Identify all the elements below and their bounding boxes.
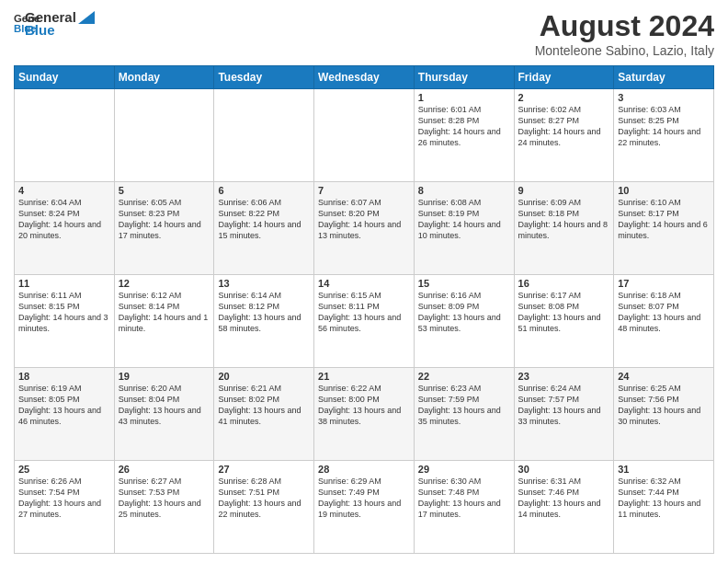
day-number: 31: [618, 464, 710, 475]
week-row-3: 11Sunrise: 6:11 AMSunset: 8:15 PMDayligh…: [15, 275, 714, 368]
logo-blue: Blue: [25, 22, 95, 38]
day-number: 9: [518, 185, 610, 196]
calendar-cell-w3-d2: 13Sunrise: 6:14 AMSunset: 8:12 PMDayligh…: [214, 275, 314, 368]
calendar-cell-w5-d0: 25Sunrise: 6:26 AMSunset: 7:54 PMDayligh…: [15, 461, 115, 554]
day-info: Sunrise: 6:10 AMSunset: 8:17 PMDaylight:…: [618, 197, 710, 242]
header-friday: Friday: [514, 66, 614, 89]
day-info: Sunrise: 6:01 AMSunset: 8:28 PMDaylight:…: [418, 104, 510, 149]
day-number: 11: [18, 278, 110, 289]
calendar-cell-w1-d4: 1Sunrise: 6:01 AMSunset: 8:28 PMDaylight…: [414, 89, 514, 182]
calendar-cell-w4-d4: 22Sunrise: 6:23 AMSunset: 7:59 PMDayligh…: [414, 368, 514, 461]
day-info: Sunrise: 6:32 AMSunset: 7:44 PMDaylight:…: [618, 476, 710, 521]
week-row-2: 4Sunrise: 6:04 AMSunset: 8:24 PMDaylight…: [15, 182, 714, 275]
day-info: Sunrise: 6:12 AMSunset: 8:14 PMDaylight:…: [119, 290, 210, 335]
header-thursday: Thursday: [414, 66, 514, 89]
day-info: Sunrise: 6:08 AMSunset: 8:19 PMDaylight:…: [418, 197, 510, 242]
calendar-cell-w1-d2: [214, 89, 314, 182]
day-info: Sunrise: 6:20 AMSunset: 8:04 PMDaylight:…: [119, 383, 210, 428]
day-info: Sunrise: 6:26 AMSunset: 7:54 PMDaylight:…: [18, 476, 110, 521]
month-year: August 2024: [535, 9, 714, 43]
day-number: 21: [318, 371, 410, 382]
calendar-cell-w3-d3: 14Sunrise: 6:15 AMSunset: 8:11 PMDayligh…: [314, 275, 415, 368]
day-number: 16: [518, 278, 610, 289]
day-number: 25: [18, 464, 110, 475]
logo: General Blue General Blue: [14, 9, 95, 38]
page: General Blue General Blue August 2024 Mo…: [0, 0, 728, 563]
calendar-cell-w5-d1: 26Sunrise: 6:27 AMSunset: 7:53 PMDayligh…: [114, 461, 214, 554]
header-saturday: Saturday: [614, 66, 714, 89]
day-number: 7: [318, 185, 410, 196]
day-number: 29: [418, 464, 510, 475]
day-info: Sunrise: 6:22 AMSunset: 8:00 PMDaylight:…: [318, 383, 410, 428]
day-info: Sunrise: 6:17 AMSunset: 8:08 PMDaylight:…: [518, 290, 610, 335]
week-row-4: 18Sunrise: 6:19 AMSunset: 8:05 PMDayligh…: [15, 368, 714, 461]
calendar-cell-w2-d3: 7Sunrise: 6:07 AMSunset: 8:20 PMDaylight…: [314, 182, 415, 275]
day-info: Sunrise: 6:15 AMSunset: 8:11 PMDaylight:…: [318, 290, 410, 335]
day-number: 1: [418, 92, 510, 103]
day-number: 19: [119, 371, 210, 382]
calendar-cell-w1-d5: 2Sunrise: 6:02 AMSunset: 8:27 PMDaylight…: [514, 89, 614, 182]
calendar-cell-w5-d5: 30Sunrise: 6:31 AMSunset: 7:46 PMDayligh…: [514, 461, 614, 554]
day-number: 8: [418, 185, 510, 196]
day-number: 15: [418, 278, 510, 289]
day-number: 22: [418, 371, 510, 382]
day-info: Sunrise: 6:25 AMSunset: 7:56 PMDaylight:…: [618, 383, 710, 428]
day-info: Sunrise: 6:02 AMSunset: 8:27 PMDaylight:…: [518, 104, 610, 149]
day-number: 5: [119, 185, 210, 196]
day-info: Sunrise: 6:27 AMSunset: 7:53 PMDaylight:…: [119, 476, 210, 521]
calendar-cell-w1-d6: 3Sunrise: 6:03 AMSunset: 8:25 PMDaylight…: [614, 89, 714, 182]
day-number: 12: [119, 278, 210, 289]
day-number: 13: [218, 278, 310, 289]
calendar-cell-w4-d1: 19Sunrise: 6:20 AMSunset: 8:04 PMDayligh…: [114, 368, 214, 461]
day-info: Sunrise: 6:23 AMSunset: 7:59 PMDaylight:…: [418, 383, 510, 428]
calendar-cell-w2-d6: 10Sunrise: 6:10 AMSunset: 8:17 PMDayligh…: [614, 182, 714, 275]
day-info: Sunrise: 6:24 AMSunset: 7:57 PMDaylight:…: [518, 383, 610, 428]
calendar-cell-w4-d0: 18Sunrise: 6:19 AMSunset: 8:05 PMDayligh…: [15, 368, 115, 461]
day-info: Sunrise: 6:06 AMSunset: 8:22 PMDaylight:…: [218, 197, 310, 242]
day-number: 26: [119, 464, 210, 475]
title-block: August 2024 Monteleone Sabino, Lazio, It…: [535, 9, 714, 58]
day-number: 14: [318, 278, 410, 289]
calendar-cell-w3-d5: 16Sunrise: 6:17 AMSunset: 8:08 PMDayligh…: [514, 275, 614, 368]
calendar-cell-w2-d4: 8Sunrise: 6:08 AMSunset: 8:19 PMDaylight…: [414, 182, 514, 275]
day-number: 6: [218, 185, 310, 196]
calendar-cell-w2-d5: 9Sunrise: 6:09 AMSunset: 8:18 PMDaylight…: [514, 182, 614, 275]
calendar-cell-w4-d5: 23Sunrise: 6:24 AMSunset: 7:57 PMDayligh…: [514, 368, 614, 461]
calendar-table: Sunday Monday Tuesday Wednesday Thursday…: [14, 65, 714, 554]
header-wednesday: Wednesday: [314, 66, 415, 89]
day-number: 27: [218, 464, 310, 475]
calendar-cell-w4-d6: 24Sunrise: 6:25 AMSunset: 7:56 PMDayligh…: [614, 368, 714, 461]
calendar-cell-w4-d2: 20Sunrise: 6:21 AMSunset: 8:02 PMDayligh…: [214, 368, 314, 461]
day-info: Sunrise: 6:21 AMSunset: 8:02 PMDaylight:…: [218, 383, 310, 428]
day-number: 17: [618, 278, 710, 289]
calendar-cell-w4-d3: 21Sunrise: 6:22 AMSunset: 8:00 PMDayligh…: [314, 368, 415, 461]
day-info: Sunrise: 6:29 AMSunset: 7:49 PMDaylight:…: [318, 476, 410, 521]
calendar-cell-w3-d1: 12Sunrise: 6:12 AMSunset: 8:14 PMDayligh…: [114, 275, 214, 368]
week-row-5: 25Sunrise: 6:26 AMSunset: 7:54 PMDayligh…: [15, 461, 714, 554]
day-info: Sunrise: 6:28 AMSunset: 7:51 PMDaylight:…: [218, 476, 310, 521]
day-info: Sunrise: 6:14 AMSunset: 8:12 PMDaylight:…: [218, 290, 310, 335]
header: General Blue General Blue August 2024 Mo…: [14, 9, 714, 58]
header-tuesday: Tuesday: [214, 66, 314, 89]
calendar-cell-w5-d6: 31Sunrise: 6:32 AMSunset: 7:44 PMDayligh…: [614, 461, 714, 554]
day-info: Sunrise: 6:11 AMSunset: 8:15 PMDaylight:…: [18, 290, 110, 335]
header-sunday: Sunday: [15, 66, 115, 89]
day-info: Sunrise: 6:07 AMSunset: 8:20 PMDaylight:…: [318, 197, 410, 242]
calendar-cell-w3-d4: 15Sunrise: 6:16 AMSunset: 8:09 PMDayligh…: [414, 275, 514, 368]
day-info: Sunrise: 6:19 AMSunset: 8:05 PMDaylight:…: [18, 383, 110, 428]
calendar-cell-w2-d1: 5Sunrise: 6:05 AMSunset: 8:23 PMDaylight…: [114, 182, 214, 275]
day-number: 23: [518, 371, 610, 382]
day-number: 2: [518, 92, 610, 103]
calendar-cell-w2-d2: 6Sunrise: 6:06 AMSunset: 8:22 PMDaylight…: [214, 182, 314, 275]
calendar-cell-w5-d2: 27Sunrise: 6:28 AMSunset: 7:51 PMDayligh…: [214, 461, 314, 554]
day-number: 30: [518, 464, 610, 475]
day-info: Sunrise: 6:04 AMSunset: 8:24 PMDaylight:…: [18, 197, 110, 242]
day-number: 3: [618, 92, 710, 103]
calendar-cell-w1-d3: [314, 89, 415, 182]
calendar-cell-w5-d4: 29Sunrise: 6:30 AMSunset: 7:48 PMDayligh…: [414, 461, 514, 554]
day-info: Sunrise: 6:05 AMSunset: 8:23 PMDaylight:…: [119, 197, 210, 242]
week-row-1: 1Sunrise: 6:01 AMSunset: 8:28 PMDaylight…: [15, 89, 714, 182]
day-number: 10: [618, 185, 710, 196]
day-number: 24: [618, 371, 710, 382]
location: Monteleone Sabino, Lazio, Italy: [535, 43, 714, 58]
